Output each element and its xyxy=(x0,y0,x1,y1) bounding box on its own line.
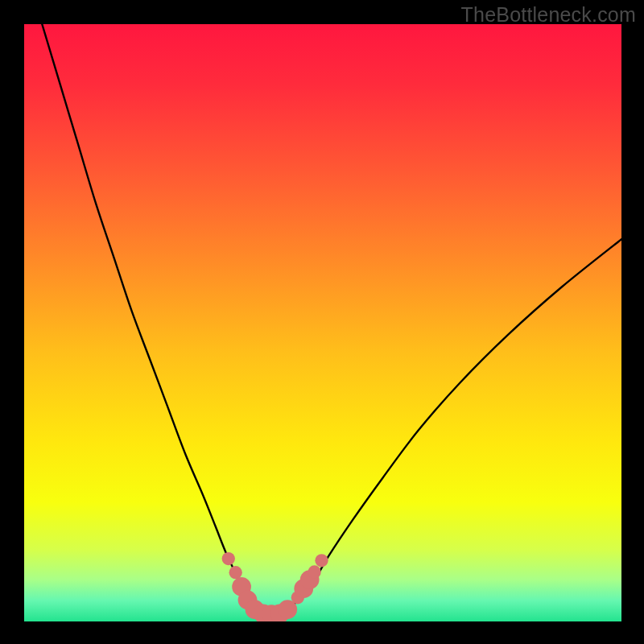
highlight-point xyxy=(308,565,320,578)
bottleneck-chart xyxy=(0,0,644,644)
watermark-text: TheBottleneck.com xyxy=(461,3,636,27)
highlight-point xyxy=(222,552,235,565)
highlight-point xyxy=(315,554,328,567)
plot-background xyxy=(24,24,621,621)
chart-frame: TheBottleneck.com xyxy=(0,0,644,644)
highlight-point xyxy=(229,566,242,579)
